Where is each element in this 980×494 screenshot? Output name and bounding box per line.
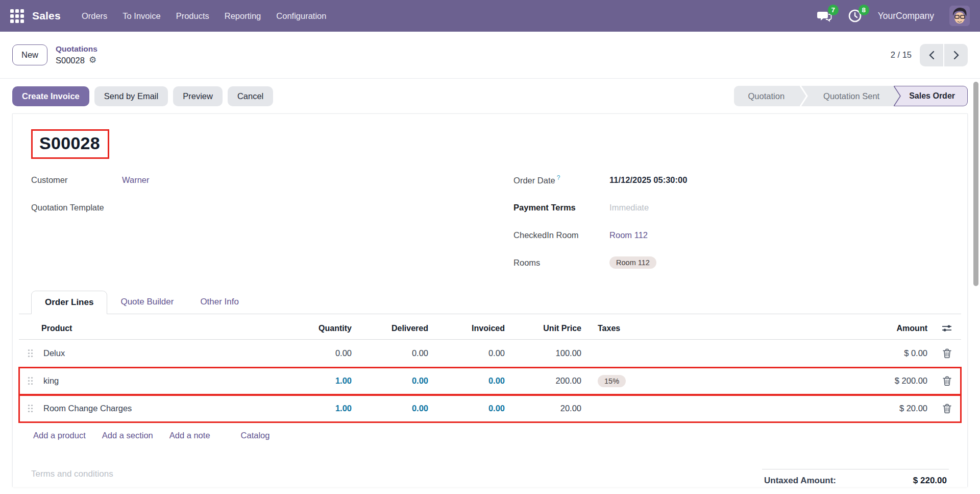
- company-name[interactable]: YourCompany: [878, 11, 934, 21]
- menu-products[interactable]: Products: [168, 6, 217, 26]
- catalog-link[interactable]: Catalog: [241, 431, 270, 440]
- avatar-image: [949, 6, 970, 26]
- order-lines-table: Product Quantity Delivered Invoiced Unit…: [19, 317, 961, 422]
- customer-value-link[interactable]: Warner: [122, 175, 149, 185]
- notebook-tabs: Order Lines Quote Builder Other Info: [19, 291, 961, 314]
- menu-reporting[interactable]: Reporting: [217, 6, 269, 26]
- gear-icon[interactable]: ⚙: [89, 56, 96, 64]
- status-stepper: Quotation Quotation Sent Sales Order: [734, 86, 968, 106]
- cell-invoiced[interactable]: 0.00: [428, 376, 505, 386]
- menu-configuration[interactable]: Configuration: [268, 6, 334, 26]
- apps-menu-icon[interactable]: [10, 9, 24, 23]
- status-step-sales-order-active[interactable]: Sales Order: [894, 86, 968, 106]
- form-fields: Customer Warner Quotation Template Order…: [31, 166, 949, 276]
- order-date-field[interactable]: 11/12/2025 05:30:00: [609, 175, 687, 185]
- delete-line-button[interactable]: [933, 404, 961, 413]
- order-line-row-highlighted[interactable]: king 1.00 0.00 0.00 200.00 15% $ 200.00: [19, 367, 961, 395]
- cancel-button[interactable]: Cancel: [228, 86, 273, 106]
- cell-quantity[interactable]: 1.00: [275, 404, 352, 413]
- record-title-highlight-box: S00028: [31, 129, 109, 159]
- order-date-label: Order Date?: [513, 174, 609, 185]
- user-avatar[interactable]: [949, 6, 970, 26]
- add-a-section-link[interactable]: Add a section: [102, 431, 153, 440]
- drag-handle-icon[interactable]: [19, 377, 41, 385]
- add-a-product-link[interactable]: Add a product: [33, 431, 86, 440]
- cell-delivered[interactable]: 0.00: [352, 376, 428, 386]
- messages-icon[interactable]: 7: [817, 8, 832, 23]
- checkedin-room-value-link[interactable]: Room 112: [609, 230, 648, 240]
- cell-invoiced[interactable]: 0.00: [428, 348, 505, 358]
- rooms-tag[interactable]: Room 112: [609, 256, 656, 269]
- activities-icon[interactable]: 8: [847, 8, 863, 23]
- customer-label: Customer: [31, 175, 122, 185]
- help-question-icon[interactable]: ?: [557, 174, 560, 181]
- header-quantity[interactable]: Quantity: [275, 324, 352, 333]
- table-header-row: Product Quantity Delivered Invoiced Unit…: [19, 317, 961, 340]
- cell-amount: $ 200.00: [699, 376, 933, 386]
- dots-grip-icon: [28, 377, 33, 385]
- line-add-links: Add a product Add a section Add a note C…: [31, 422, 949, 440]
- trash-icon: [943, 376, 951, 386]
- systray: 7 8 YourCompany: [817, 6, 970, 26]
- drag-handle-icon[interactable]: [19, 404, 41, 413]
- terms-and-conditions-placeholder[interactable]: Terms and conditions: [31, 469, 113, 486]
- header-taxes[interactable]: Taxes: [596, 324, 699, 333]
- menu-to-invoice[interactable]: To Invoice: [115, 6, 168, 26]
- trash-icon: [943, 404, 951, 413]
- breadcrumb: Quotations S00028 ⚙: [56, 44, 97, 66]
- order-line-row-highlighted[interactable]: Room Change Charges 1.00 0.00 0.00 20.00…: [19, 395, 961, 422]
- header-product[interactable]: Product: [41, 324, 275, 333]
- optional-columns-icon[interactable]: [933, 323, 961, 334]
- send-by-email-button[interactable]: Send by Email: [94, 86, 168, 106]
- preview-button[interactable]: Preview: [173, 86, 223, 106]
- trash-icon: [943, 348, 951, 358]
- vertical-scrollbar[interactable]: [973, 82, 978, 286]
- header-unit-price[interactable]: Unit Price: [505, 324, 581, 333]
- action-bar: Create Invoice Send by Email Preview Can…: [0, 79, 980, 113]
- breadcrumb-quotations[interactable]: Quotations: [56, 44, 97, 55]
- cell-delivered[interactable]: 0.00: [352, 404, 428, 413]
- cell-quantity[interactable]: 1.00: [275, 376, 352, 386]
- add-a-note-link[interactable]: Add a note: [169, 431, 210, 440]
- new-button[interactable]: New: [12, 44, 47, 65]
- activities-count-badge: 8: [859, 5, 869, 15]
- status-step-quotation-sent[interactable]: Quotation Sent: [809, 86, 894, 106]
- header-delivered[interactable]: Delivered: [352, 324, 428, 333]
- rooms-label: Rooms: [513, 258, 609, 268]
- drag-handle-icon[interactable]: [19, 349, 41, 358]
- cell-amount: $ 20.00: [699, 404, 933, 413]
- tax-tag[interactable]: 15%: [598, 375, 626, 387]
- menu-orders[interactable]: Orders: [74, 6, 115, 26]
- previous-record-button[interactable]: [920, 44, 943, 66]
- tab-order-lines[interactable]: Order Lines: [31, 291, 107, 314]
- cell-unit-price[interactable]: 20.00: [505, 404, 581, 413]
- header-invoiced[interactable]: Invoiced: [428, 324, 505, 333]
- record-sheet: S00028 Customer Warner Quotation Templat…: [12, 113, 968, 487]
- cell-product[interactable]: Delux: [41, 348, 275, 358]
- create-invoice-button[interactable]: Create Invoice: [12, 86, 89, 106]
- next-record-button[interactable]: [944, 44, 968, 66]
- cell-delivered[interactable]: 0.00: [352, 348, 428, 358]
- chevron-right-icon: [952, 51, 960, 60]
- record-pager-count: 2 / 15: [891, 50, 912, 60]
- tab-other-info[interactable]: Other Info: [187, 291, 252, 314]
- order-line-row[interactable]: Delux 0.00 0.00 0.00 100.00 $ 0.00: [19, 340, 961, 367]
- delete-line-button[interactable]: [933, 376, 961, 386]
- cell-product[interactable]: king: [41, 376, 275, 386]
- payment-terms-field[interactable]: Immediate: [609, 203, 649, 213]
- cell-unit-price[interactable]: 100.00: [505, 348, 581, 358]
- delete-line-button[interactable]: [933, 348, 961, 358]
- tab-quote-builder[interactable]: Quote Builder: [107, 291, 187, 314]
- header-amount[interactable]: Amount: [897, 324, 927, 333]
- cell-invoiced[interactable]: 0.00: [428, 404, 505, 413]
- control-panel: New Quotations S00028 ⚙ 2 / 15: [0, 32, 980, 79]
- totals-panel: Untaxed Amount: $ 220.00: [762, 469, 949, 486]
- step-separator-chevron-icon: [799, 86, 809, 106]
- cell-quantity[interactable]: 0.00: [275, 348, 352, 358]
- cell-unit-price[interactable]: 200.00: [505, 376, 581, 386]
- cell-product[interactable]: Room Change Charges: [41, 404, 275, 413]
- status-step-quotation[interactable]: Quotation: [734, 86, 799, 106]
- record-title[interactable]: S00028: [39, 133, 100, 153]
- app-title[interactable]: Sales: [32, 10, 61, 22]
- chevron-left-icon: [928, 51, 936, 60]
